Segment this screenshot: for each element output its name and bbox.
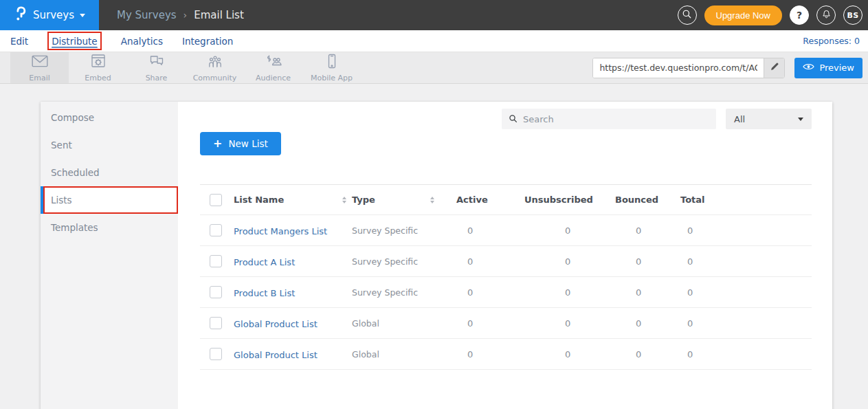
list-controls-row: All: [200, 109, 812, 129]
col-header-total: Total: [680, 195, 812, 205]
eye-icon: [803, 63, 814, 73]
chevron-down-icon: [798, 118, 803, 121]
list-name-link[interactable]: Product A List: [234, 257, 295, 267]
toolbar-item-label: Share: [146, 74, 168, 82]
avatar[interactable]: BS: [843, 5, 863, 25]
row-checkbox[interactable]: [210, 348, 222, 360]
sidebar-item-templates[interactable]: Templates: [41, 214, 178, 241]
unsubscribed-count: 0: [524, 287, 615, 298]
tab-distribute[interactable]: Distribute: [52, 36, 98, 48]
community-icon: [207, 54, 223, 71]
new-list-button[interactable]: + New List: [200, 132, 281, 155]
list-name-link[interactable]: Global Product List: [234, 350, 318, 360]
sidebar-item-sent[interactable]: Sent: [41, 131, 178, 159]
row-checkbox[interactable]: [210, 317, 222, 329]
toolbar-item-email[interactable]: Email: [10, 52, 69, 83]
search-icon: [682, 9, 692, 22]
table-row: Global Product List Global 0 0 0 0: [200, 308, 812, 339]
help-button[interactable]: ?: [790, 5, 809, 25]
row-checkbox[interactable]: [210, 286, 222, 298]
sidebar-item-lists[interactable]: Lists: [41, 186, 178, 214]
tab-edit[interactable]: Edit: [10, 36, 28, 47]
questionpro-logo-icon: [14, 5, 27, 25]
upgrade-now-button[interactable]: Upgrade Now: [704, 5, 783, 25]
select-all-checkbox[interactable]: [210, 194, 222, 206]
list-name-link[interactable]: Product Mangers List: [234, 226, 327, 236]
product-switcher[interactable]: Surveys: [0, 0, 99, 30]
unsubscribed-count: 0: [524, 349, 615, 360]
mobile-app-icon: [324, 54, 340, 71]
total-count: 0: [680, 225, 812, 236]
unsubscribed-count: 0: [524, 225, 615, 236]
total-count: 0: [680, 256, 812, 267]
toolbar-item-share[interactable]: Share: [127, 52, 186, 83]
tab-distribute-annotation: Distribute: [47, 32, 102, 50]
chevron-down-icon: [80, 14, 85, 17]
survey-tab-nav: Edit Distribute Analytics Integration Re…: [0, 30, 868, 52]
row-checkbox[interactable]: [210, 224, 222, 236]
bounced-count: 0: [615, 318, 680, 329]
col-header-active: Active: [456, 195, 524, 205]
list-type: Survey Specific: [352, 256, 456, 267]
top-bar: Surveys My Surveys › Email List Upgrade …: [0, 0, 868, 30]
toolbar-item-label: Community: [193, 74, 237, 82]
active-count: 0: [456, 225, 524, 236]
new-list-label: New List: [228, 138, 267, 149]
table-row: Product A List Survey Specific 0 0 0 0: [200, 246, 812, 277]
toolbar-item-embed[interactable]: Embed: [69, 52, 127, 83]
bell-icon: [821, 9, 832, 22]
total-count: 0: [680, 287, 812, 298]
preview-button[interactable]: Preview: [794, 58, 863, 78]
unsubscribed-count: 0: [524, 318, 615, 329]
active-count: 0: [456, 256, 524, 267]
table-header-row: List Name Type Active Unsubscribed Bounc…: [200, 184, 812, 215]
sort-icon[interactable]: [430, 197, 434, 203]
survey-url-input[interactable]: [593, 58, 764, 78]
email-sidebar: Compose Sent Scheduled Lists Templates: [41, 102, 178, 409]
toolbar-item-label: Audience: [256, 74, 291, 82]
active-count: 0: [456, 287, 524, 298]
table-row: Product B List Survey Specific 0 0 0 0: [200, 277, 812, 308]
survey-url-control: [592, 58, 785, 78]
list-filter-dropdown[interactable]: All: [726, 109, 812, 129]
list-name-link[interactable]: Global Product List: [234, 319, 318, 329]
responses-count[interactable]: Responses: 0: [803, 36, 860, 46]
toolbar-item-audience[interactable]: Audience: [244, 52, 302, 83]
topbar-actions: Upgrade Now ? BS: [678, 5, 868, 25]
search-button[interactable]: [678, 5, 697, 25]
notifications-button[interactable]: [816, 5, 836, 25]
breadcrumb-current: Email List: [194, 9, 244, 21]
preview-label: Preview: [819, 63, 854, 73]
col-header-unsubscribed: Unsubscribed: [524, 195, 615, 205]
email-lists-panel: Compose Sent Scheduled Lists Templates A…: [41, 102, 832, 409]
col-header-bounced: Bounced: [615, 195, 680, 205]
tab-integration[interactable]: Integration: [182, 36, 233, 47]
breadcrumb-separator: ›: [183, 10, 188, 21]
row-checkbox[interactable]: [210, 255, 222, 267]
list-type: Survey Specific: [352, 287, 456, 298]
sidebar-item-scheduled[interactable]: Scheduled: [41, 159, 178, 186]
plus-icon: +: [213, 138, 222, 149]
embed-icon: [90, 54, 107, 71]
bounced-count: 0: [615, 225, 680, 236]
edit-url-button[interactable]: [764, 58, 784, 78]
list-type: Global: [352, 318, 456, 329]
avatar-initials: BS: [847, 11, 859, 20]
toolbar-item-label: Embed: [85, 74, 111, 82]
list-type: Survey Specific: [352, 225, 456, 236]
toolbar-item-label: Email: [29, 74, 50, 82]
bounced-count: 0: [615, 349, 680, 360]
bounced-count: 0: [615, 287, 680, 298]
pencil-icon: [770, 61, 779, 74]
toolbar-item-community[interactable]: Community: [186, 52, 244, 83]
search-input[interactable]: [523, 114, 709, 124]
breadcrumb-my-surveys[interactable]: My Surveys: [117, 9, 177, 21]
toolbar-item-label: Mobile App: [311, 74, 353, 82]
tab-analytics[interactable]: Analytics: [121, 36, 163, 47]
sidebar-item-compose[interactable]: Compose: [41, 104, 178, 131]
sort-icon[interactable]: [342, 197, 346, 203]
toolbar-right-controls: Preview: [592, 52, 868, 83]
list-name-link[interactable]: Product B List: [234, 288, 295, 298]
toolbar-item-mobile-app[interactable]: Mobile App: [302, 52, 361, 83]
bounced-count: 0: [615, 256, 680, 267]
